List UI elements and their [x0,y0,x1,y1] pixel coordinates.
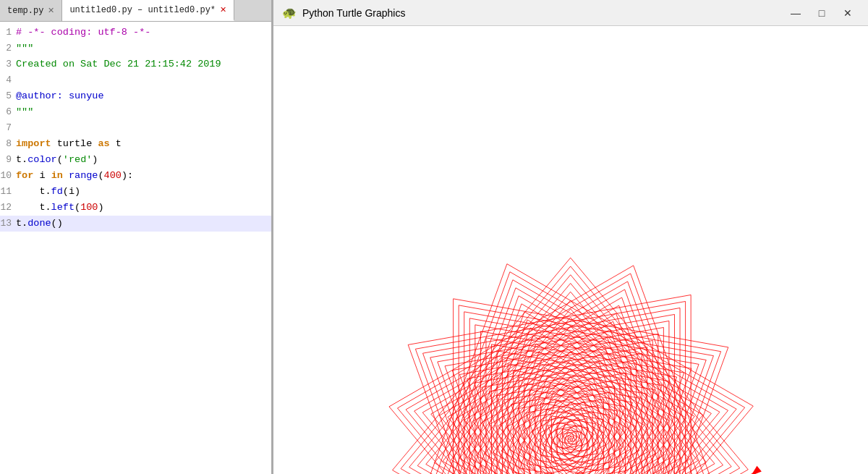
code-area[interactable]: 1# -*- coding: utf-8 -*-2"""3Created on … [0,22,271,474]
line-content: """ [16,41,271,56]
code-line: 6""" [0,104,271,120]
line-content: @author: sunyue [16,88,271,104]
minimize-button[interactable]: — [784,4,807,22]
line-content: t.left(100) [16,200,271,216]
line-number: 5 [0,88,16,104]
code-lines: 1# -*- coding: utf-8 -*-2"""3Created on … [0,22,271,234]
line-number: 11 [0,184,16,200]
editor-tab[interactable]: untitled0.py – untitled0.py*✕ [62,0,234,21]
editor-pane: temp.py✕untitled0.py – untitled0.py*✕ 1#… [0,0,271,474]
turtle-drawing [273,26,868,474]
line-content: t.fd(i) [16,184,271,200]
line-content: import turtle as t [16,136,271,152]
turtle-canvas [273,26,868,474]
line-content: for i in range(400): [16,168,271,184]
code-line: 7 [0,120,271,136]
line-number: 9 [0,152,16,168]
code-line: 1# -*- coding: utf-8 -*- [0,25,271,41]
turtle-window-title: Python Turtle Graphics [302,7,778,19]
tab-label: untitled0.py – untitled0.py* [69,5,216,15]
line-number: 3 [0,56,16,72]
line-number: 4 [0,72,16,88]
line-number: 2 [0,41,16,56]
line-number: 13 [0,216,16,232]
tab-close-button[interactable]: ✕ [48,7,54,14]
maximize-button[interactable]: □ [810,4,833,22]
window-buttons: — □ ✕ [784,4,859,22]
line-number: 10 [0,168,16,184]
line-content: t.color('red') [16,152,271,168]
line-number: 1 [0,25,16,41]
code-line: 11 t.fd(i) [0,184,271,200]
code-line: 4 [0,72,271,88]
line-content: # -*- coding: utf-8 -*- [16,25,271,41]
line-number: 8 [0,136,16,152]
turtle-titlebar: 🐢 Python Turtle Graphics — □ ✕ [273,0,868,26]
code-line: 12 t.left(100) [0,200,271,216]
code-line: 13t.done() [0,216,271,232]
code-line: 9t.color('red') [0,152,271,168]
code-line: 5@author: sunyue [0,88,271,104]
turtle-window: 🐢 Python Turtle Graphics — □ ✕ [273,0,868,474]
code-line: 10for i in range(400): [0,168,271,184]
turtle-icon: 🐢 [282,6,297,20]
line-content: """ [16,104,271,120]
line-number: 7 [0,120,16,136]
tab-close-button[interactable]: ✕ [220,6,226,14]
editor-tab[interactable]: temp.py✕ [0,0,62,21]
code-line: 2""" [0,41,271,56]
code-line: 8import turtle as t [0,136,271,152]
line-number: 6 [0,104,16,120]
tab-label: temp.py [7,6,43,16]
line-content: Created on Sat Dec 21 21:15:42 2019 [16,56,271,72]
close-button[interactable]: ✕ [836,4,859,22]
line-content: t.done() [16,216,271,232]
line-number: 12 [0,200,16,216]
code-line: 3Created on Sat Dec 21 21:15:42 2019 [0,56,271,72]
tab-bar: temp.py✕untitled0.py – untitled0.py*✕ [0,0,271,22]
